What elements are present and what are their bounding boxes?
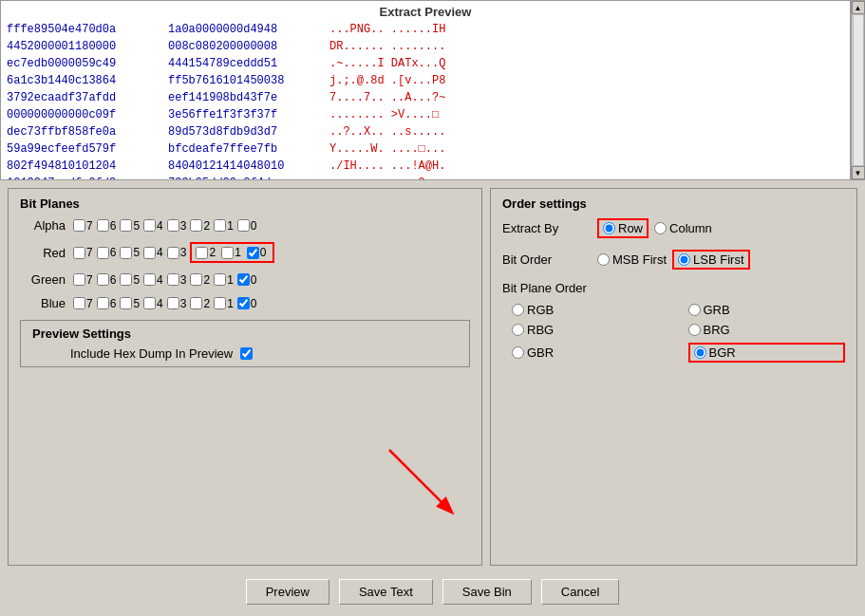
blue-checkboxes: 7 6 5 4 3 2 1 0 [73, 297, 259, 310]
alpha-bit5: 5 [120, 219, 140, 233]
brg-label: BRG [704, 323, 730, 337]
bit-order-row: Bit Order MSB First LSB First [502, 250, 845, 270]
lsb-radio[interactable] [678, 253, 690, 266]
alpha-checkboxes: 7 6 5 4 3 2 1 0 [73, 219, 259, 233]
green-bit4: 4 [143, 273, 163, 287]
hex-data-row: 3792ecaadf37afddeef141908bd43f7e7....7..… [7, 89, 844, 106]
preview-button[interactable]: Preview [246, 579, 329, 605]
extract-by-options: Row Column [597, 218, 712, 238]
row-radio-label: Row [618, 221, 643, 235]
alpha-bit0: 0 [237, 219, 257, 233]
cancel-button[interactable]: Cancel [541, 579, 619, 605]
green-bit1: 1 [214, 273, 234, 287]
brg-radio-item: BRG [688, 323, 846, 337]
order-settings-title: Order settings [502, 196, 845, 211]
save-text-button[interactable]: Save Text [339, 579, 433, 605]
red-bit0: 0 [247, 246, 267, 259]
hex-data-row: dec73ffbf858fe0a89d573d8fdb9d3d7..?..X..… [7, 123, 844, 140]
bit-planes-title: Bit Planes [20, 196, 470, 211]
red-bit-row: Red 7 6 5 4 3 2 1 0 [20, 242, 470, 263]
bgr-radio[interactable] [694, 346, 706, 359]
blue-bit-row: Blue 7 6 5 4 3 2 1 0 [20, 296, 470, 310]
column-radio-item: Column [654, 221, 712, 235]
blue-bit5: 5 [120, 297, 140, 310]
alpha-bit-row: Alpha 7 6 5 4 3 2 1 0 [20, 218, 470, 233]
hex-preview-area: Extract Preview fffe89504e470d0a1a0a0000… [0, 0, 851, 180]
blue-label: Blue [20, 296, 66, 310]
lsb-radio-item: LSB First [678, 252, 743, 267]
gbr-radio-item: GBR [512, 343, 669, 363]
column-radio[interactable] [654, 222, 667, 234]
rbg-radio[interactable] [512, 324, 524, 336]
brg-radio[interactable] [688, 324, 701, 336]
hex-data-row: 802f49481010120484040121414048010./IH...… [7, 158, 844, 175]
scrollbar-track [853, 14, 864, 166]
save-bin-button[interactable]: Save Bin [442, 579, 532, 605]
row-radio-item: Row [603, 221, 643, 235]
column-radio-label: Column [669, 221, 712, 235]
hex-data-row: 6a1c3b1440c13864ff5b7616101450038j.;.@.8… [7, 72, 844, 89]
alpha-bit6: 6 [97, 219, 117, 233]
green-bit0: 0 [237, 273, 257, 287]
bgr-radio-item: BGR [694, 345, 736, 360]
gbr-radio[interactable] [512, 346, 524, 359]
alpha-bit4: 4 [143, 219, 163, 233]
red-bit1: 1 [221, 246, 241, 259]
include-hex-row: Include Hex Dump In Preview [32, 346, 458, 361]
bgr-label: BGR [709, 345, 736, 360]
bottom-panel: Bit Planes Alpha 7 6 5 4 3 2 1 0 Red [0, 180, 865, 616]
bit-plane-order-grid: RGB GRB RBG BRG [512, 303, 845, 363]
order-settings-panel: Order settings Extract By Row Column [490, 188, 857, 566]
lsb-radio-highlight: LSB First [672, 250, 749, 270]
rgb-label: RGB [527, 303, 554, 317]
blue-bit2: 2 [190, 297, 210, 310]
blue-bit3: 3 [167, 297, 187, 310]
rbg-label: RBG [527, 323, 554, 337]
msb-radio-item: MSB First [597, 252, 667, 267]
grb-radio-item: GRB [688, 303, 846, 317]
preview-settings-title: Preview Settings [32, 327, 458, 341]
hex-data-row: 4452000001180000008c080200000008DR......… [7, 38, 844, 55]
include-hex-checkbox[interactable] [240, 347, 253, 360]
green-bit-row: Green 7 6 5 4 3 2 1 0 [20, 272, 470, 287]
bit-plane-order-title: Bit Plane Order [502, 281, 845, 295]
bgr-radio-highlight: BGR [688, 343, 846, 363]
rgb-radio[interactable] [512, 304, 524, 316]
scroll-down-button[interactable]: ▼ [852, 166, 865, 179]
blue-bit1: 1 [214, 297, 234, 310]
msb-radio[interactable] [597, 253, 610, 266]
hex-data-row: 59a99ecfeefd579fbfcdeafe7ffee7fbY.....W.… [7, 140, 844, 158]
green-checkboxes: 7 6 5 4 3 2 1 0 [73, 273, 259, 287]
red-bit7: 7 [73, 246, 93, 259]
extract-by-label: Extract By [502, 221, 588, 235]
gbr-label: GBR [527, 345, 554, 360]
lsb-radio-label: LSB First [693, 252, 743, 267]
bit-plane-order-section: Bit Plane Order RGB GRB RBG [502, 281, 845, 363]
panels-row: Bit Planes Alpha 7 6 5 4 3 2 1 0 Red [8, 188, 857, 566]
bit-planes-panel: Bit Planes Alpha 7 6 5 4 3 2 1 0 Red [8, 188, 482, 566]
green-bit2: 2 [190, 273, 210, 287]
green-bit3: 3 [167, 273, 187, 287]
alpha-bit3: 3 [167, 219, 187, 233]
bit-order-options: MSB First LSB First [597, 250, 750, 270]
include-hex-label: Include Hex Dump In Preview [70, 346, 233, 361]
bit-order-label: Bit Order [502, 252, 588, 267]
alpha-label: Alpha [20, 218, 66, 233]
rgb-radio-item: RGB [512, 303, 669, 317]
green-bit7: 7 [73, 273, 93, 287]
red-label: Red [20, 246, 66, 260]
bottom-buttons: Preview Save Text Save Bin Cancel [8, 573, 857, 608]
msb-radio-label: MSB First [612, 252, 667, 267]
red-bit4: 4 [143, 246, 163, 259]
scroll-up-button[interactable]: ▲ [852, 1, 865, 14]
grb-radio[interactable] [688, 304, 701, 316]
hex-data-row: ec7edb0000059c49444154789ceddd51.~.....I… [7, 55, 844, 72]
extract-by-row: Extract By Row Column [502, 218, 845, 238]
rbg-radio-item: RBG [512, 323, 669, 337]
row-radio[interactable] [603, 222, 615, 234]
scrollbar[interactable]: ▲ ▼ [851, 0, 865, 180]
blue-bit4: 4 [143, 297, 163, 310]
green-label: Green [20, 272, 66, 287]
alpha-bit2: 2 [190, 219, 210, 233]
hex-data-row: fffe89504e470d0a1a0a0000000d4948...PNG..… [7, 21, 844, 38]
